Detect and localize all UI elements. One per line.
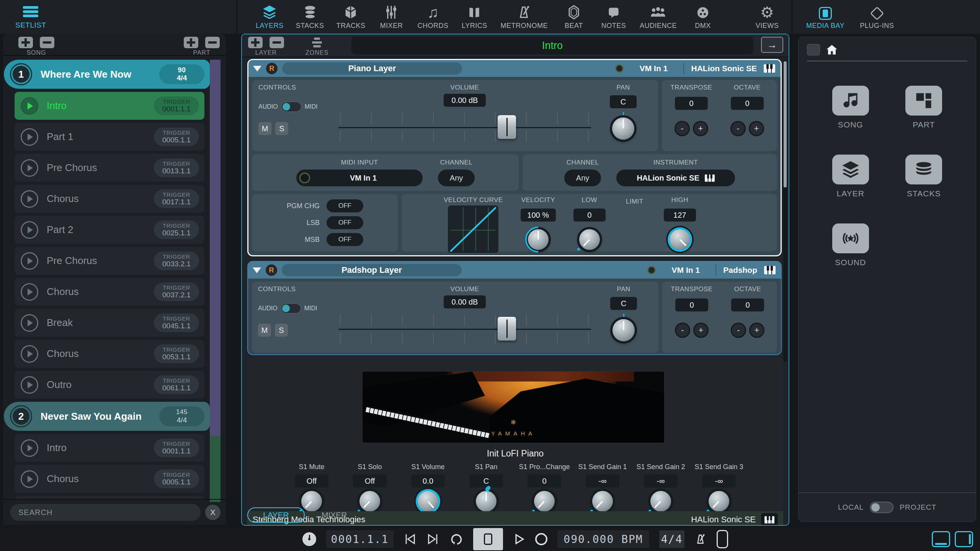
fader-handle[interactable]: [498, 115, 516, 139]
param-value[interactable]: 0.0: [411, 474, 445, 487]
high-value[interactable]: 127: [664, 209, 696, 222]
setlist-item[interactable]: Pre Chorus TRIGGER 0013.1.1: [15, 154, 204, 182]
octave-minus-button[interactable]: -: [732, 122, 745, 135]
mute-button[interactable]: M: [258, 122, 271, 135]
pan-knob[interactable]: [612, 319, 635, 341]
transpose-value[interactable]: 0: [675, 97, 708, 110]
play-part-button[interactable]: [21, 190, 38, 208]
open-plugin-button[interactable]: [761, 513, 778, 526]
toggle-bottom-zone-button[interactable]: [932, 531, 950, 547]
collapse-icon[interactable]: [253, 66, 261, 72]
param-value[interactable]: -∞: [586, 474, 619, 487]
play-part-button[interactable]: [21, 159, 38, 177]
add-layer-button[interactable]: [248, 37, 263, 48]
remove-song-button[interactable]: [40, 37, 54, 48]
go-to-start-button[interactable]: [403, 533, 416, 546]
time-format-icon[interactable]: [302, 532, 316, 546]
volume-fader[interactable]: [338, 110, 591, 145]
media-tile[interactable]: PART: [905, 86, 942, 129]
midi-channel-select[interactable]: Any: [438, 170, 475, 186]
stop-button[interactable]: [473, 528, 503, 550]
octave-plus-button[interactable]: +: [750, 324, 763, 337]
pan-value[interactable]: C: [610, 297, 637, 310]
param-value[interactable]: Off: [353, 474, 387, 487]
velocity-knob[interactable]: [528, 229, 549, 250]
layer-panel-piano[interactable]: R Piano Layer VM In 1 HALion Sonic SE CO…: [247, 59, 782, 256]
param-value[interactable]: Off: [295, 474, 328, 487]
param-value[interactable]: C: [469, 474, 503, 487]
volume-value[interactable]: 0.00 dB: [444, 295, 486, 308]
pgm-chg-button[interactable]: OFF: [327, 199, 363, 212]
remove-layer-button[interactable]: [270, 37, 284, 48]
record-arm-button[interactable]: R: [266, 63, 278, 74]
layer-instrument-label[interactable]: HALion Sonic SE: [691, 64, 757, 73]
remove-part-button[interactable]: [205, 37, 220, 48]
setlist-item[interactable]: Part 2 TRIGGER 0025.1.1: [15, 216, 204, 244]
search-input[interactable]: SEARCH: [10, 504, 201, 521]
count-in-button[interactable]: [717, 530, 728, 548]
setlist-item[interactable]: Intro TRIGGER 0001.1.1: [15, 434, 204, 462]
transpose-minus-button[interactable]: -: [676, 122, 689, 135]
high-knob[interactable]: [670, 229, 690, 250]
piano-keys-icon[interactable]: [764, 266, 776, 274]
media-tile[interactable]: SOUND: [832, 223, 869, 267]
home-icon[interactable]: [826, 44, 838, 55]
setlist-item[interactable]: Break TRIGGER 0045.1.1: [15, 309, 204, 337]
play-button[interactable]: [513, 533, 525, 545]
octave-value[interactable]: 0: [731, 97, 764, 110]
tempo-display[interactable]: 090.000 BPM: [557, 530, 649, 548]
go-to-end-button[interactable]: [426, 533, 439, 546]
record-arm-button[interactable]: R: [266, 264, 277, 276]
lsb-button[interactable]: OFF: [327, 216, 363, 229]
solo-button[interactable]: S: [275, 324, 288, 337]
click-button[interactable]: [694, 533, 707, 545]
setlist-item[interactable]: Outro TRIGGER 0061.1.1: [15, 371, 204, 399]
param-knob[interactable]: [534, 491, 555, 512]
volume-value[interactable]: 0.00 dB: [444, 94, 486, 107]
setlist-item[interactable]: Intro TRIGGER 0001.1.1: [15, 92, 204, 120]
param-value[interactable]: 0: [528, 474, 561, 487]
msb-button[interactable]: OFF: [327, 233, 363, 246]
tab-mixer[interactable]: MIXER: [322, 510, 347, 520]
add-part-button[interactable]: [184, 37, 198, 48]
setlist-item[interactable]: Chorus TRIGGER 0017.1.1: [15, 185, 204, 213]
setlist-item[interactable]: Chorus TRIGGER 0005.1.1: [15, 465, 204, 493]
tab-dmx[interactable]: DMX: [689, 4, 717, 30]
tab-layer[interactable]: LAYER: [247, 507, 305, 523]
play-part-button[interactable]: [21, 221, 38, 239]
setlist-item[interactable]: Chorus TRIGGER 0053.1.1: [15, 340, 204, 368]
setlist-item[interactable]: 1 Where Are We Now 90 4/4: [4, 60, 210, 89]
layers-scrollbar[interactable]: [783, 60, 787, 362]
midi-input-select[interactable]: VM In 1: [296, 170, 423, 186]
audio-midi-toggle[interactable]: [281, 101, 302, 112]
tab-mixer[interactable]: MIXER: [377, 4, 405, 30]
layer-instrument-label[interactable]: Padshop: [723, 266, 757, 275]
pan-value[interactable]: C: [610, 95, 637, 108]
setlist-minimap[interactable]: [210, 60, 220, 502]
param-knob[interactable]: [476, 491, 497, 512]
tab-notes[interactable]: NOTES: [600, 4, 627, 30]
tab-layers[interactable]: LAYERS: [256, 4, 284, 30]
layer-name-field[interactable]: Padshop Layer: [282, 264, 462, 276]
param-value[interactable]: -∞: [644, 474, 678, 487]
tab-audience[interactable]: AUDIENCE: [640, 4, 677, 30]
local-project-toggle[interactable]: [870, 502, 893, 513]
octave-minus-button[interactable]: -: [732, 324, 745, 337]
instrument-channel-select[interactable]: Any: [564, 170, 601, 186]
toggle-right-zone-button[interactable]: [955, 531, 973, 547]
media-tile[interactable]: LAYER: [832, 155, 869, 198]
tab-media-bay[interactable]: MEDIA BAY: [806, 4, 844, 30]
transpose-value[interactable]: 0: [675, 298, 708, 311]
param-knob[interactable]: [650, 491, 671, 512]
solo-button[interactable]: S: [275, 122, 288, 135]
setlist-button[interactable]: SETLIST: [15, 5, 46, 29]
octave-plus-button[interactable]: +: [750, 122, 763, 135]
layer-panel-padshop[interactable]: R Padshop Layer VM In 1 Padshop CONTROLS…: [247, 261, 782, 355]
instrument-select[interactable]: HALion Sonic SE: [616, 170, 735, 186]
octave-value[interactable]: 0: [731, 298, 764, 311]
param-knob[interactable]: [359, 491, 380, 512]
param-knob[interactable]: [592, 491, 613, 512]
tab-plug-ins[interactable]: PLUG-INS: [860, 4, 894, 30]
volume-fader[interactable]: [338, 311, 591, 347]
play-part-button[interactable]: [21, 439, 38, 457]
